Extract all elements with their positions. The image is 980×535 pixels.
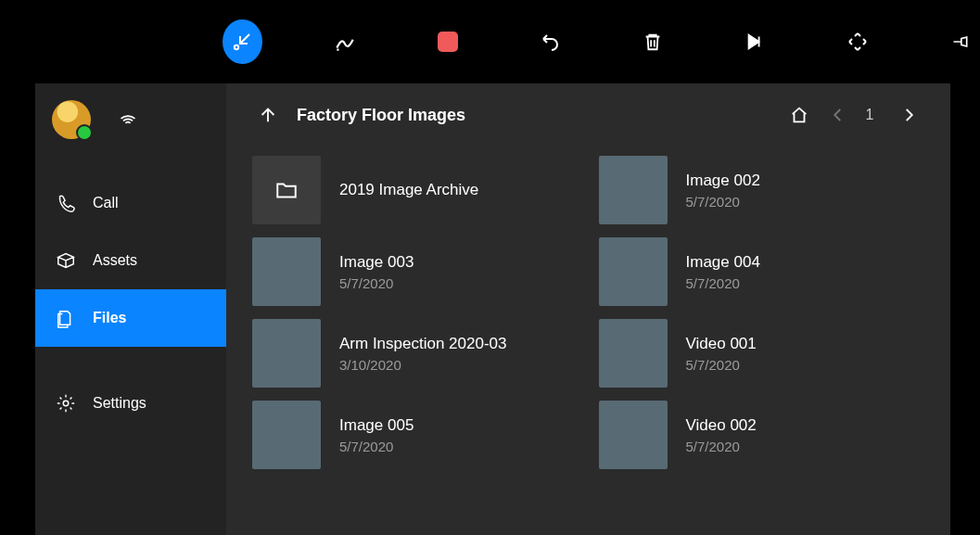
file-item[interactable]: Image 002 5/7/2020 xyxy=(599,156,925,224)
sidebar-item-call[interactable]: Call xyxy=(35,174,226,232)
file-item[interactable]: Image 004 5/7/2020 xyxy=(599,237,925,306)
file-name: Image 005 xyxy=(339,416,414,435)
pin-icon[interactable] xyxy=(940,19,980,64)
file-item[interactable]: Video 001 5/7/2020 xyxy=(599,319,925,388)
undo-icon[interactable] xyxy=(530,19,570,64)
sidebar-item-label: Assets xyxy=(93,252,137,269)
next-page-icon[interactable] xyxy=(893,99,924,131)
move-arrows-icon[interactable] xyxy=(838,19,878,64)
avatar[interactable] xyxy=(52,100,91,139)
file-date: 5/7/2020 xyxy=(686,275,760,291)
sidebar-item-label: Files xyxy=(93,310,126,326)
page-title: Factory Floor Images xyxy=(297,106,465,125)
folder-icon xyxy=(252,156,321,224)
ink-pen-icon[interactable] xyxy=(325,19,365,64)
top-toolbar xyxy=(0,0,980,83)
svg-point-1 xyxy=(63,401,69,406)
thumbnail xyxy=(599,156,668,224)
home-icon[interactable] xyxy=(783,99,815,131)
sidebar-item-label: Call xyxy=(93,195,119,211)
folder-item[interactable]: 2019 Image Archive xyxy=(252,156,579,224)
file-name: Video 001 xyxy=(686,335,757,353)
thumbnail xyxy=(599,319,668,388)
sidebar-item-settings[interactable]: Settings xyxy=(35,375,226,432)
thumbnail xyxy=(599,401,668,469)
svg-point-0 xyxy=(235,45,238,49)
file-name: 2019 Image Archive xyxy=(339,181,478,199)
file-date: 5/7/2020 xyxy=(686,439,757,454)
prev-page-icon[interactable] xyxy=(822,99,854,131)
main-header: Factory Floor Images 1 xyxy=(226,83,950,146)
file-date: 5/7/2020 xyxy=(686,194,760,210)
file-item[interactable]: Video 002 5/7/2020 xyxy=(599,401,925,469)
thumbnail xyxy=(599,237,668,306)
thumbnail xyxy=(252,237,321,306)
sidebar-item-assets[interactable]: Assets xyxy=(35,232,226,289)
file-date: 5/7/2020 xyxy=(339,275,414,291)
file-grid: 2019 Image Archive Image 002 5/7/2020 Im… xyxy=(226,146,950,469)
thumbnail xyxy=(252,401,321,469)
page-number: 1 xyxy=(854,107,885,123)
app-window: Call Assets Files Settings Factory Floor… xyxy=(35,83,950,535)
main-panel: Factory Floor Images 1 2019 Image Archiv… xyxy=(226,83,950,535)
sidebar: Call Assets Files Settings xyxy=(35,83,226,535)
wifi-icon xyxy=(117,108,139,131)
stop-record-icon[interactable] xyxy=(427,19,467,64)
file-name: Image 002 xyxy=(686,172,760,190)
arrow-in-icon[interactable] xyxy=(223,19,262,64)
play-forward-icon[interactable] xyxy=(735,19,775,64)
file-item[interactable]: Image 003 5/7/2020 xyxy=(252,237,579,306)
file-date: 5/7/2020 xyxy=(339,439,414,454)
file-date: 3/10/2020 xyxy=(339,357,507,373)
sidebar-item-files[interactable]: Files xyxy=(35,289,226,347)
thumbnail xyxy=(252,319,321,388)
profile-area xyxy=(35,100,226,139)
file-item[interactable]: Arm Inspection 2020-03 3/10/2020 xyxy=(252,319,579,388)
file-item[interactable]: Image 005 5/7/2020 xyxy=(252,401,579,469)
trash-icon[interactable] xyxy=(633,19,673,64)
file-date: 5/7/2020 xyxy=(686,357,757,373)
file-name: Video 002 xyxy=(686,416,757,435)
file-name: Image 003 xyxy=(339,253,414,272)
file-name: Arm Inspection 2020-03 xyxy=(339,335,507,353)
up-arrow-icon[interactable] xyxy=(252,99,284,131)
sidebar-item-label: Settings xyxy=(93,395,146,412)
file-name: Image 004 xyxy=(686,253,760,272)
